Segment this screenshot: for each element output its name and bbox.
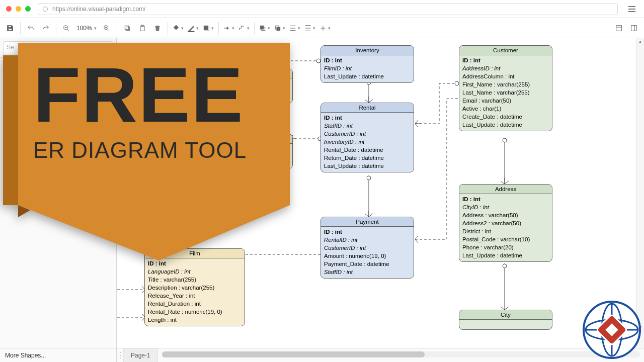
connector-style-icon[interactable] (237, 21, 251, 35)
entity-attrs: ID : intCityID : intAddress : varchar(50… (459, 194, 552, 261)
entity-hidden[interactable] (182, 134, 293, 169)
close-dot-icon[interactable] (6, 6, 12, 12)
entity-address[interactable]: Address ID : intCityID : intAddress : va… (459, 184, 552, 262)
workspace: Se ▼ En (0, 38, 644, 348)
entity-attrs: ID : intAddressID : intAddressColumn : i… (459, 55, 552, 131)
copy-icon[interactable] (120, 21, 134, 35)
entity-attrs: ID : intStaffID : intCustomerID : intInv… (321, 113, 414, 172)
format-panel-icon[interactable] (612, 21, 626, 35)
svg-rect-12 (261, 26, 264, 29)
browser-chrome: https://online.visual-paradigm.com/ (0, 0, 644, 18)
maximize-dot-icon[interactable] (25, 6, 31, 12)
brand-logo-icon (582, 300, 642, 360)
zoom-out-icon[interactable] (59, 21, 73, 35)
entity-attrs: ID : intRentalID : intCustomerID : intAm… (321, 227, 414, 278)
entity-customer[interactable]: Customer ID : intAddressID : intAddressC… (459, 45, 552, 131)
svg-point-21 (367, 176, 371, 180)
toolbar: 100% (0, 18, 644, 38)
grip-icon[interactable]: ⋮ (117, 348, 124, 362)
horizontal-scrollbar[interactable] (162, 351, 640, 357)
entity-title: Address (459, 185, 552, 194)
distribute-icon[interactable] (303, 21, 317, 35)
entity-payment[interactable]: Payment ID : intRentalID : intCustomerID… (320, 217, 414, 279)
add-icon[interactable] (318, 21, 332, 35)
to-front-icon[interactable] (258, 21, 272, 35)
svg-rect-6 (125, 26, 128, 29)
menu-icon[interactable] (626, 3, 638, 15)
entity-hidden[interactable] (182, 68, 293, 104)
entity-city[interactable]: City (459, 310, 552, 330)
minimize-dot-icon[interactable] (16, 6, 21, 12)
globe-icon (42, 6, 48, 12)
align-icon[interactable] (288, 21, 302, 35)
svg-point-23 (503, 138, 507, 142)
shapes-sidebar: Se ▼ En (0, 38, 117, 348)
url-text: https://online.visual-paradigm.com/ (52, 6, 145, 13)
entity-title: Payment (321, 217, 414, 227)
line-color-icon[interactable] (186, 21, 200, 35)
svg-point-27 (316, 59, 320, 63)
redo-icon[interactable] (39, 21, 53, 35)
zoom-in-icon[interactable] (100, 21, 114, 35)
page-tabs: ⋮ Page-1 (117, 348, 158, 362)
svg-rect-2 (9, 28, 12, 30)
entity-attrs: ID : intLanguageID : intTitle : varchar(… (145, 258, 245, 326)
entity-title: Film (145, 249, 245, 258)
svg-point-25 (503, 264, 507, 268)
entity-title: Rental (321, 103, 414, 113)
zoom-level[interactable]: 100% (74, 25, 99, 32)
save-icon[interactable] (3, 21, 17, 35)
entity-rental[interactable]: Rental ID : intStaffID : intCustomerID :… (320, 103, 414, 172)
entity-inventory[interactable]: Inventory ID : intFilmID : intLast_Updat… (320, 45, 414, 83)
svg-rect-14 (277, 27, 280, 31)
shadow-icon[interactable] (201, 21, 215, 35)
to-back-icon[interactable] (273, 21, 287, 35)
entity-attrs: ID : intFilmID : intLast_Update : dateti… (321, 55, 414, 82)
svg-rect-16 (616, 25, 622, 31)
fill-color-icon[interactable] (171, 21, 185, 35)
entity-shape-icon[interactable] (5, 86, 14, 94)
shape-palette (0, 71, 116, 98)
canvas[interactable]: Inventory ID : intFilmID : intLast_Updat… (117, 38, 636, 348)
svg-rect-9 (188, 31, 194, 32)
svg-point-30 (455, 81, 459, 85)
entity-title: Inventory (321, 46, 414, 55)
connector-end-icon[interactable] (222, 21, 236, 35)
svg-rect-1 (9, 26, 11, 27)
entity-title: City (459, 310, 552, 320)
svg-rect-17 (631, 25, 637, 31)
svg-rect-5 (126, 27, 129, 30)
undo-icon[interactable] (24, 21, 38, 35)
entity-title: Customer (459, 46, 552, 55)
svg-rect-10 (204, 26, 208, 30)
entity-film[interactable]: Film ID : intLanguageID : intTitle : var… (144, 248, 245, 326)
more-shapes-button[interactable]: More Shapes... (0, 348, 117, 362)
app-window: https://online.visual-paradigm.com/ 100% (0, 0, 644, 362)
search-input[interactable]: Se (3, 41, 113, 54)
bottom-bar: More Shapes... ⋮ Page-1 (0, 348, 644, 362)
panel-header[interactable]: ▼ En (0, 57, 116, 71)
page-tab[interactable]: Page-1 (124, 348, 158, 362)
svg-point-0 (43, 7, 48, 11)
entity-shape-icon[interactable] (5, 75, 14, 82)
delete-icon[interactable] (150, 21, 165, 35)
paste-icon[interactable] (135, 21, 149, 35)
outline-panel-icon[interactable] (627, 21, 641, 35)
address-bar[interactable]: https://online.visual-paradigm.com/ (38, 3, 618, 15)
